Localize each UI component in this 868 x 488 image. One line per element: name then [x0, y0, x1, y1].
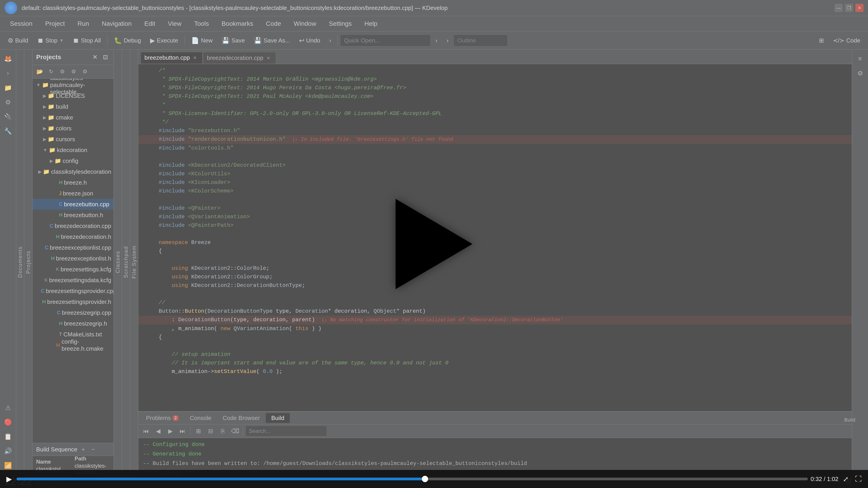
play-button[interactable] [396, 199, 472, 289]
fullscreen-button[interactable]: ⛶ [853, 474, 864, 484]
time-display: 0:32 / 1:02 [811, 476, 838, 483]
video-controls-bar: ▶ 0:32 / 1:02 ⤢ ⛶ [0, 470, 868, 488]
progress-bar[interactable] [17, 478, 808, 480]
progress-thumb[interactable] [422, 476, 428, 482]
video-overlay[interactable] [0, 0, 868, 488]
video-play-button[interactable]: ▶ [4, 474, 14, 484]
expand-video-button[interactable]: ⤢ [841, 474, 850, 484]
progress-filled [17, 478, 425, 480]
